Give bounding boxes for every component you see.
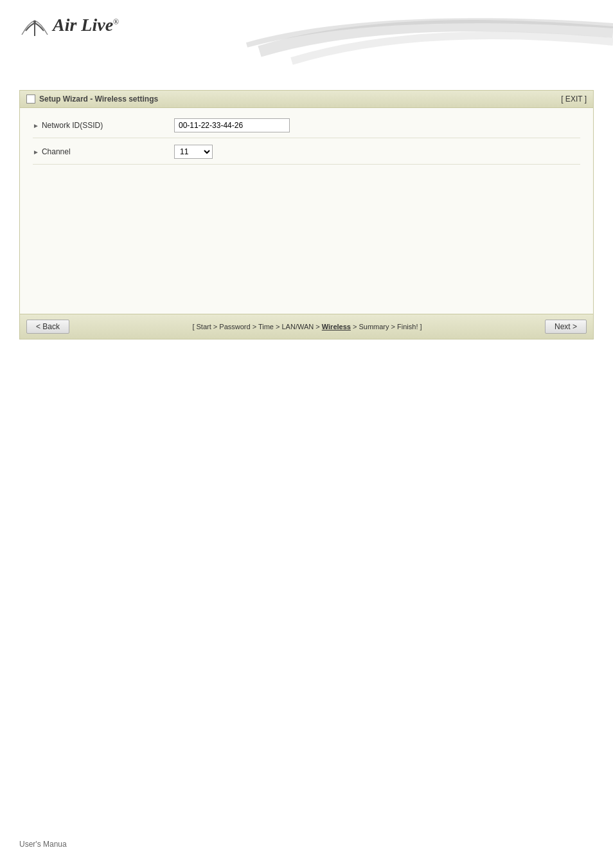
wizard-box: Setup Wizard - Wireless settings [ EXIT …: [19, 90, 594, 339]
network-id-value: [174, 118, 580, 132]
wizard-exit-button[interactable]: [ EXIT ]: [561, 95, 587, 104]
page-header: Air Live®: [0, 0, 613, 71]
network-id-label-text: Network ID(SSID): [42, 121, 103, 130]
channel-select[interactable]: 1 2 3 4 5 6 7 8 9 10 11 12 13: [174, 145, 213, 159]
channel-row: ► Channel 1 2 3 4 5 6 7 8 9 10: [33, 145, 580, 165]
arrow-icon-ssid: ►: [33, 122, 39, 129]
arrow-icon-channel: ►: [33, 149, 39, 156]
current-step: Wireless: [322, 323, 351, 330]
next-button[interactable]: Next >: [545, 320, 587, 334]
network-id-label: ► Network ID(SSID): [33, 121, 174, 130]
wizard-header: Setup Wizard - Wireless settings [ EXIT …: [20, 91, 593, 108]
back-button[interactable]: < Back: [26, 320, 69, 334]
network-id-input[interactable]: [174, 118, 290, 132]
network-id-row: ► Network ID(SSID): [33, 118, 580, 138]
svg-point-1: [33, 21, 36, 23]
logo: Air Live®: [19, 12, 119, 39]
channel-label: ► Channel: [33, 147, 174, 156]
wizard-title-text: Setup Wizard - Wireless settings: [39, 95, 158, 104]
wizard-footer: < Back [ Start > Password > Time > LAN/W…: [20, 314, 593, 339]
page-footer: User's Manua: [19, 840, 67, 849]
logo-text: Air Live®: [53, 15, 119, 35]
header-decoration: [195, 0, 613, 71]
wizard-title: Setup Wizard - Wireless settings: [26, 95, 158, 104]
channel-value: 1 2 3 4 5 6 7 8 9 10 11 12 13: [174, 145, 580, 159]
channel-label-text: Channel: [42, 147, 71, 156]
progress-text: [ Start > Password > Time > LAN/WAN > Wi…: [69, 323, 545, 330]
main-content: Setup Wizard - Wireless settings [ EXIT …: [0, 71, 613, 352]
logo-icon: [19, 12, 50, 39]
wizard-content: ► Network ID(SSID) ► Channel 1 2 3: [20, 108, 593, 314]
footer-text: User's Manua: [19, 840, 67, 849]
wizard-title-icon: [26, 95, 35, 104]
